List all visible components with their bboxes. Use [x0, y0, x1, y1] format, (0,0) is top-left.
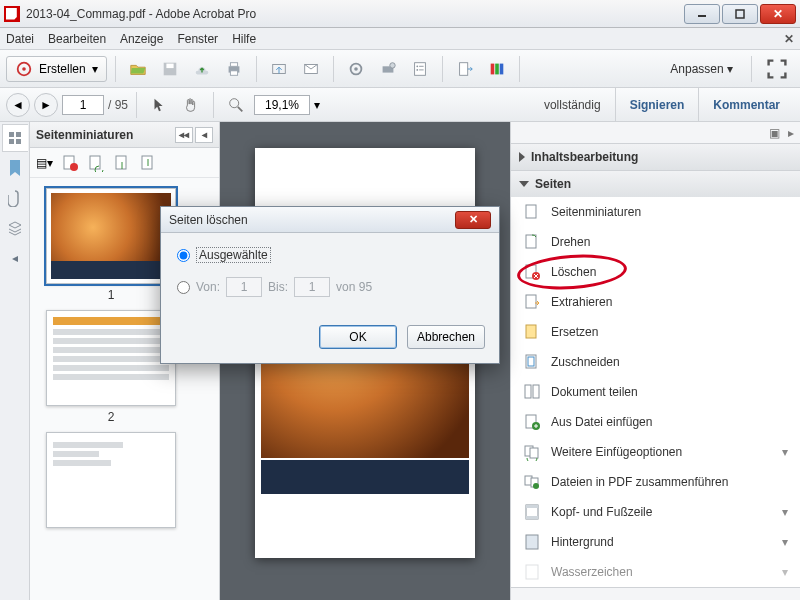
- thumbnails-rail-button[interactable]: [2, 124, 28, 152]
- open-button[interactable]: [124, 56, 152, 82]
- prev-page-button[interactable]: ◄: [6, 93, 30, 117]
- accordion-content-editing[interactable]: Inhaltsbearbeitung: [511, 144, 800, 170]
- share-button[interactable]: [265, 56, 293, 82]
- next-page-button[interactable]: ►: [34, 93, 58, 117]
- customize-button[interactable]: Anpassen ▾: [660, 62, 743, 76]
- close-button[interactable]: ✕: [760, 4, 796, 24]
- ok-button[interactable]: OK: [319, 325, 397, 349]
- accordion-pages[interactable]: Seiten: [511, 171, 800, 197]
- tool-crop[interactable]: Zuschneiden: [511, 347, 800, 377]
- from-input[interactable]: [226, 277, 262, 297]
- tool-header-footer[interactable]: Kopf- und Fußzeile▾: [511, 497, 800, 527]
- radio-selected[interactable]: [177, 249, 190, 262]
- email-button[interactable]: [297, 56, 325, 82]
- radio-selected-label: Ausgewählte: [196, 247, 271, 263]
- svg-rect-7: [230, 62, 237, 66]
- complete-link[interactable]: vollständig: [530, 88, 615, 122]
- nav-toolbar: ◄ ► / 95 ▾ vollständig Signieren Komment…: [0, 88, 800, 122]
- menu-help[interactable]: Hilfe: [232, 32, 256, 46]
- thumbnail-page-1[interactable]: 1: [46, 188, 176, 302]
- tool-replace[interactable]: Ersetzen: [511, 317, 800, 347]
- cancel-button[interactable]: Abbrechen: [407, 325, 485, 349]
- export-button[interactable]: [451, 56, 479, 82]
- thumbs-delete-icon[interactable]: [61, 154, 79, 172]
- thumbs-next-icon[interactable]: ◂: [195, 127, 213, 143]
- to-input[interactable]: [294, 277, 330, 297]
- zoom-button[interactable]: [222, 92, 250, 118]
- svg-rect-43: [525, 385, 531, 398]
- tool-combine[interactable]: Dateien in PDF zusammenführen: [511, 467, 800, 497]
- main-toolbar: Erstellen ▾ Anpassen ▾: [0, 50, 800, 88]
- sign-link[interactable]: Signieren: [615, 88, 699, 122]
- print-button[interactable]: [220, 56, 248, 82]
- panel-hide-icon[interactable]: ▸: [788, 126, 794, 140]
- form-button[interactable]: [406, 56, 434, 82]
- svg-rect-33: [116, 156, 126, 169]
- tool-watermark[interactable]: Wasserzeichen▾: [511, 557, 800, 587]
- thumbnails-toolbar: ▤▾: [30, 148, 219, 178]
- svg-point-18: [416, 69, 418, 71]
- thumbs-prev-icon[interactable]: ◂◂: [175, 127, 193, 143]
- dropdown-arrow-icon: ▾: [92, 62, 98, 76]
- dialog-close-button[interactable]: ✕: [455, 211, 491, 229]
- thumbs-replace-icon[interactable]: [139, 154, 157, 172]
- tool-split[interactable]: Dokument teilen: [511, 377, 800, 407]
- rail-collapse-icon[interactable]: ◂: [2, 244, 28, 272]
- svg-rect-23: [499, 63, 503, 74]
- page-input[interactable]: [62, 95, 104, 115]
- thumbs-extract-icon[interactable]: [113, 154, 131, 172]
- page-total: / 95: [108, 98, 128, 112]
- save-button[interactable]: [156, 56, 184, 82]
- menu-view[interactable]: Anzeige: [120, 32, 163, 46]
- fullscreen-button[interactable]: [760, 56, 794, 82]
- svg-rect-36: [526, 235, 536, 248]
- thumbnail-page-2[interactable]: 2: [46, 310, 176, 424]
- panel-collapse-icon[interactable]: ▣: [769, 126, 780, 140]
- thumbnail-page-3[interactable]: [46, 432, 176, 528]
- quick-print-button[interactable]: [374, 56, 402, 82]
- svg-point-14: [389, 62, 394, 67]
- create-button[interactable]: Erstellen ▾: [6, 56, 107, 82]
- hand-tool[interactable]: [177, 92, 205, 118]
- zoom-input[interactable]: [254, 95, 310, 115]
- document-close-icon[interactable]: ✕: [784, 32, 794, 46]
- menu-window[interactable]: Fenster: [177, 32, 218, 46]
- color-button[interactable]: [483, 56, 511, 82]
- window-title: 2013-04_Commag.pdf - Adobe Acrobat Pro: [26, 7, 684, 21]
- tool-background[interactable]: Hintergrund▾: [511, 527, 800, 557]
- zoom-dropdown-icon[interactable]: ▾: [314, 98, 320, 112]
- cloud-upload-button[interactable]: [188, 56, 216, 82]
- tool-extract[interactable]: Extrahieren: [511, 287, 800, 317]
- svg-rect-35: [526, 205, 536, 218]
- create-gear-icon: [15, 60, 33, 78]
- delete-pages-dialog: Seiten löschen ✕ Ausgewählte Von: Bis: v…: [160, 206, 500, 364]
- svg-point-12: [354, 67, 358, 71]
- svg-rect-15: [414, 62, 425, 75]
- comment-link[interactable]: Kommentar: [698, 88, 794, 122]
- attachments-rail-button[interactable]: [2, 184, 28, 212]
- menu-edit[interactable]: Bearbeiten: [48, 32, 106, 46]
- svg-rect-56: [526, 565, 538, 579]
- from-label: Von:: [196, 280, 220, 294]
- thumbs-rotate-icon[interactable]: [87, 154, 105, 172]
- svg-rect-44: [533, 385, 539, 398]
- select-tool[interactable]: [145, 92, 173, 118]
- layers-rail-button[interactable]: [2, 214, 28, 242]
- create-label: Erstellen: [39, 62, 86, 76]
- radio-range[interactable]: [177, 281, 190, 294]
- svg-rect-29: [16, 139, 21, 144]
- tool-insert-from-file[interactable]: Aus Datei einfügen: [511, 407, 800, 437]
- tool-delete[interactable]: Löschen: [511, 257, 800, 287]
- svg-line-25: [238, 106, 243, 111]
- bookmarks-rail-button[interactable]: [2, 154, 28, 182]
- window-titlebar: 2013-04_Commag.pdf - Adobe Acrobat Pro ✕: [0, 0, 800, 28]
- settings-button[interactable]: [342, 56, 370, 82]
- thumbs-menu-icon[interactable]: ▤▾: [36, 156, 53, 170]
- minimize-button[interactable]: [684, 4, 720, 24]
- of-total-label: von 95: [336, 280, 372, 294]
- maximize-button[interactable]: [722, 4, 758, 24]
- tool-rotate[interactable]: Drehen: [511, 227, 800, 257]
- menu-file[interactable]: Datei: [6, 32, 34, 46]
- tool-thumbnails[interactable]: Seitenminiaturen: [511, 197, 800, 227]
- tool-more-insert[interactable]: Weitere Einfügeoptionen▾: [511, 437, 800, 467]
